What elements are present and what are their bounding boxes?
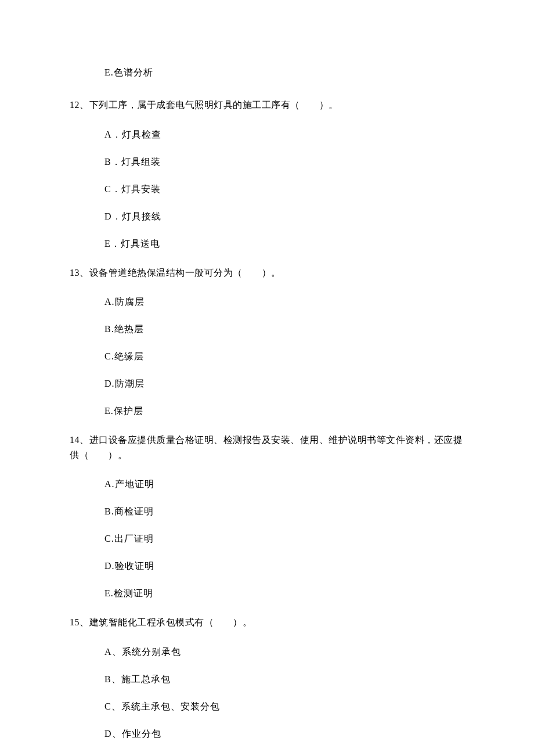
question-15-option-d: D、作业分包 [104, 728, 464, 740]
previous-question-option-e: E.色谱分析 [104, 67, 464, 79]
question-14-option-d: D.验收证明 [104, 560, 464, 573]
question-13-option-d: D.防潮层 [104, 378, 464, 390]
question-12-option-c: C．灯具安装 [104, 183, 464, 196]
question-15-option-a: A、系统分别承包 [104, 646, 464, 658]
question-15-option-c: C、系统主承包、安装分包 [104, 701, 464, 713]
question-12-option-a: A．灯具检查 [104, 129, 464, 141]
question-13-option-c: C.绝缘层 [104, 351, 464, 363]
question-14-option-a: A.产地证明 [104, 478, 464, 491]
page-container: E.色谱分析 12、下列工序，属于成套电气照明灯具的施工工序有（ ）。 A．灯具… [0, 0, 534, 756]
question-12-stem: 12、下列工序，属于成套电气照明灯具的施工工序有（ ）。 [70, 98, 464, 113]
question-14-option-c: C.出厂证明 [104, 533, 464, 545]
question-13-stem: 13、设备管道绝热保温结构一般可分为（ ）。 [70, 265, 464, 280]
question-12-option-e: E．灯具送电 [104, 238, 464, 250]
question-13-option-e: E.保护层 [104, 405, 464, 417]
question-14-option-b: B.商检证明 [104, 506, 464, 518]
question-14-stem: 14、进口设备应提供质量合格证明、检测报告及安装、使用、维护说明书等文件资料，还… [70, 433, 464, 462]
question-14-option-e: E.检测证明 [104, 588, 464, 600]
question-12-option-d: D．灯具接线 [104, 211, 464, 223]
question-15-stem: 15、建筑智能化工程承包模式有（ ）。 [70, 615, 464, 630]
question-13-option-b: B.绝热层 [104, 323, 464, 336]
question-13-option-a: A.防腐层 [104, 296, 464, 308]
question-12-option-b: B．灯具组装 [104, 156, 464, 168]
question-15-option-b: B、施工总承包 [104, 674, 464, 686]
